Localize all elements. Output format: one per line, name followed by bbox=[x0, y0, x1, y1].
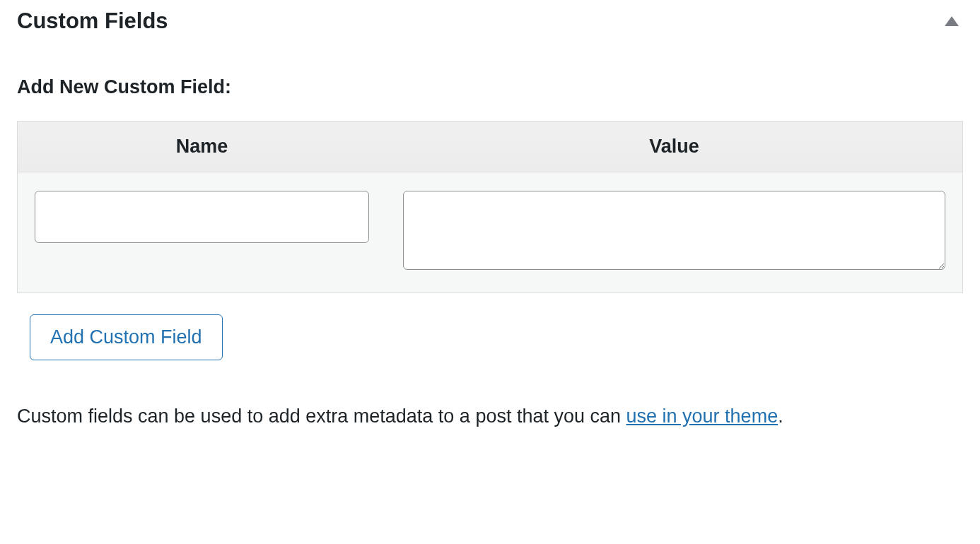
description-prefix: Custom fields can be used to add extra m… bbox=[17, 406, 626, 427]
description-text: Custom fields can be used to add extra m… bbox=[17, 400, 963, 433]
collapse-toggle[interactable] bbox=[940, 13, 963, 29]
use-in-theme-link[interactable]: use in your theme bbox=[626, 406, 778, 427]
panel-title: Custom Fields bbox=[17, 8, 168, 34]
column-header-value: Value bbox=[386, 122, 963, 172]
add-custom-field-button[interactable]: Add Custom Field bbox=[30, 314, 223, 360]
description-suffix: . bbox=[778, 406, 783, 427]
table-row bbox=[18, 172, 963, 293]
custom-field-name-input[interactable] bbox=[35, 191, 369, 243]
svg-marker-0 bbox=[945, 16, 959, 26]
panel-header: Custom Fields bbox=[17, 8, 963, 55]
custom-fields-panel: Custom Fields Add New Custom Field: Name… bbox=[0, 0, 980, 450]
custom-fields-table: Name Value bbox=[17, 121, 963, 293]
custom-field-value-textarea[interactable] bbox=[403, 191, 945, 270]
column-header-name: Name bbox=[18, 122, 386, 172]
chevron-up-icon bbox=[945, 16, 959, 26]
add-new-subheading: Add New Custom Field: bbox=[17, 76, 963, 98]
